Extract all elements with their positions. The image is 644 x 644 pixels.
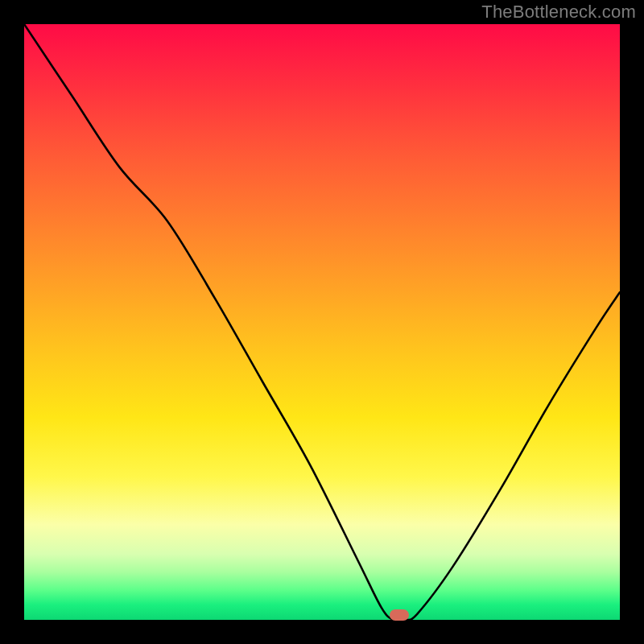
bottleneck-curve (24, 24, 620, 620)
chart-frame: TheBottleneck.com (0, 0, 644, 644)
optimal-marker (390, 609, 409, 621)
attribution-text: TheBottleneck.com (481, 2, 636, 23)
plot-area (24, 24, 620, 620)
